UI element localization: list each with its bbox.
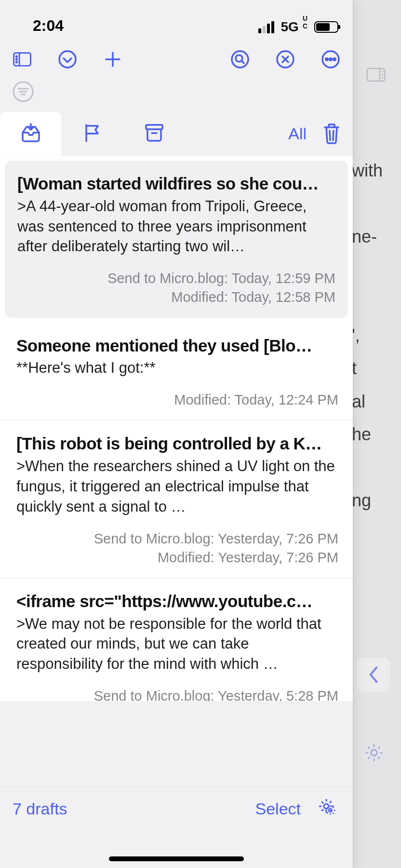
close-icon[interactable] xyxy=(276,50,295,69)
tab-archive[interactable] xyxy=(123,112,185,155)
search-icon[interactable] xyxy=(230,50,250,69)
svg-point-23 xyxy=(334,58,336,61)
draft-sendto: Send to Micro.blog: Yesterday, 5:28 PM xyxy=(16,687,338,701)
dropdown-check-icon[interactable] xyxy=(58,50,77,69)
network-label: 5G xyxy=(281,19,299,35)
new-draft-icon[interactable] xyxy=(103,50,122,69)
svg-line-30 xyxy=(330,131,330,140)
draft-modified: Modified: Today, 12:24 PM xyxy=(16,391,338,409)
tab-flagged[interactable] xyxy=(62,112,123,155)
list-item[interactable]: Someone mentioned they used [Blo… **Here… xyxy=(0,323,353,421)
right-sidebar-toggle-icon[interactable] xyxy=(366,65,386,84)
status-bar: 2:04 5GUC xyxy=(0,0,353,38)
battery-icon xyxy=(314,21,338,33)
draft-sendto: Send to Micro.blog: Yesterday, 7:26 PM xyxy=(16,529,338,548)
draft-modified: Modified: Today, 12:58 PM xyxy=(17,288,335,307)
select-button[interactable]: Select xyxy=(255,800,301,818)
left-sidebar-toggle-icon[interactable] xyxy=(13,50,32,69)
draft-preview: **Here's what I got:** xyxy=(16,358,338,378)
svg-point-9 xyxy=(16,59,17,60)
draft-preview: >A 44-year-old woman from Tripoli, Greec… xyxy=(17,196,335,257)
tab-inbox[interactable] xyxy=(0,112,62,155)
back-button[interactable] xyxy=(357,658,390,692)
draft-modified: Modified: Yesterday, 7:26 PM xyxy=(16,548,338,567)
draft-sendto: Send to Micro.blog: Today, 12:59 PM xyxy=(17,269,335,288)
svg-point-10 xyxy=(16,62,17,63)
list-item[interactable]: [Woman started wildfires so she cou… >A … xyxy=(5,161,348,318)
draft-count: 7 drafts xyxy=(13,800,67,818)
status-time: 2:04 xyxy=(33,17,64,35)
draft-title: [Woman started wildfires so she cou… xyxy=(17,173,335,194)
more-icon[interactable] xyxy=(321,50,340,69)
home-indicator xyxy=(109,856,244,861)
svg-point-11 xyxy=(59,51,76,68)
draft-title: [This robot is being controlled by a K… xyxy=(16,433,338,454)
trash-icon[interactable] xyxy=(322,122,341,145)
svg-point-8 xyxy=(16,56,17,57)
filter-icon[interactable] xyxy=(13,81,34,102)
svg-point-22 xyxy=(330,58,332,61)
svg-point-14 xyxy=(232,51,248,68)
draft-title: Someone mentioned they used [Blo… xyxy=(16,335,338,356)
list-settings-icon[interactable] xyxy=(317,797,340,820)
drafts-list: [Woman started wildfires so she cou… >A … xyxy=(0,155,353,701)
svg-line-16 xyxy=(241,61,244,63)
list-tabs: All xyxy=(0,112,353,155)
draft-preview: >When the researchers shined a UV light … xyxy=(16,456,338,517)
footer-bar: 7 drafts Select xyxy=(0,786,353,868)
list-item[interactable]: [This robot is being controlled by a K… … xyxy=(0,420,353,578)
draft-title: <iframe src="https://www.youtube.c… xyxy=(16,591,338,612)
svg-point-21 xyxy=(326,58,328,61)
filter-all-button[interactable]: All xyxy=(288,124,322,143)
draft-preview: >We may not be responsible for the world… xyxy=(16,614,338,675)
svg-line-31 xyxy=(333,131,334,140)
top-toolbar xyxy=(0,38,353,81)
svg-point-5 xyxy=(371,750,377,756)
settings-icon[interactable] xyxy=(364,743,384,765)
inbox-icon xyxy=(20,122,42,145)
detail-text-fragment: with ne- ', t al he ng xyxy=(352,154,383,517)
list-item[interactable]: <iframe src="https://www.youtube.c… >We … xyxy=(0,578,353,701)
flag-icon xyxy=(81,122,104,145)
archive-icon xyxy=(143,122,165,145)
cell-signal-icon xyxy=(258,21,274,33)
svg-rect-28 xyxy=(146,125,162,129)
